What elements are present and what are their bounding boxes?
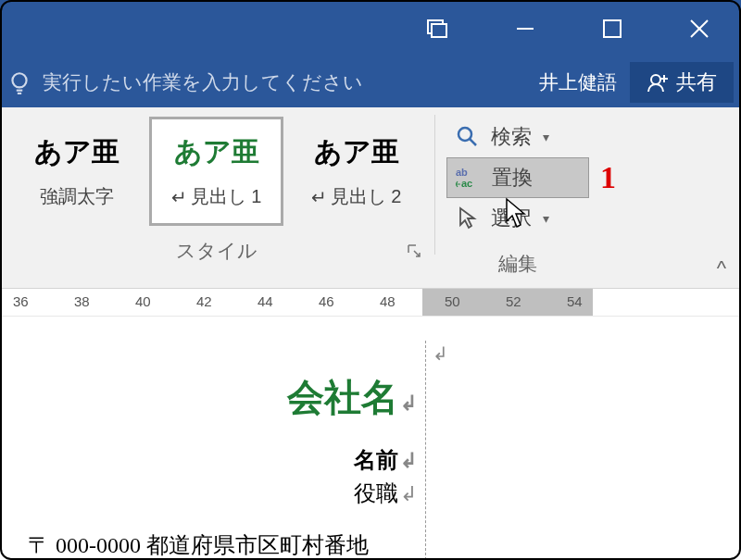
svg-point-9 bbox=[651, 75, 660, 84]
group-divider bbox=[434, 115, 435, 255]
ruler-tick: 42 bbox=[196, 293, 212, 309]
role-field[interactable]: 役職↲ bbox=[287, 479, 417, 508]
style-gallery[interactable]: あア亜 強調太字 あア亜 ↵見出し 1 あア亜 ↵見出し 2 bbox=[9, 117, 423, 226]
ruler-tick: 52 bbox=[506, 293, 521, 309]
svg-rect-3 bbox=[604, 20, 621, 37]
annotation-number: 1 bbox=[600, 160, 616, 195]
dropdown-caret-icon: ▾ bbox=[543, 130, 549, 144]
ruler-tick: 40 bbox=[135, 293, 151, 309]
tell-me-placeholder: 実行したい作業を入力してください bbox=[43, 69, 363, 95]
styles-group-label: スタイル bbox=[176, 238, 257, 264]
search-icon bbox=[454, 124, 482, 150]
ruler-tick: 46 bbox=[319, 293, 334, 309]
style-label: ↵見出し 1 bbox=[171, 184, 262, 209]
ruler-tick: 44 bbox=[257, 293, 273, 309]
ruler-tick: 48 bbox=[380, 293, 396, 309]
styles-group: あア亜 強調太字 あア亜 ↵見出し 1 あア亜 ↵見出し 2 スタイル bbox=[0, 107, 431, 288]
minimize-button[interactable] bbox=[493, 0, 558, 57]
svg-point-6 bbox=[12, 73, 26, 87]
svg-text:ab: ab bbox=[456, 167, 468, 178]
style-preview: あア亜 bbox=[34, 133, 119, 171]
style-item-strong[interactable]: あア亜 強調太字 bbox=[9, 117, 144, 226]
svg-line-13 bbox=[470, 139, 476, 145]
styles-dialog-launcher[interactable] bbox=[407, 243, 421, 258]
svg-text:ac: ac bbox=[461, 178, 472, 189]
ribbon-display-options[interactable] bbox=[406, 0, 471, 57]
window-titlebar bbox=[0, 0, 741, 57]
close-button[interactable] bbox=[667, 0, 732, 57]
mouse-cursor bbox=[505, 197, 527, 229]
style-item-heading2[interactable]: あア亜 ↵見出し 2 bbox=[289, 117, 423, 226]
ribbon: あア亜 強調太字 あア亜 ↵見出し 1 あア亜 ↵見出し 2 スタイル 検索 ▾ bbox=[0, 107, 741, 289]
replace-icon: ab ac bbox=[455, 165, 483, 191]
ruler-tick: 54 bbox=[567, 293, 583, 309]
share-label: 共有 bbox=[676, 68, 717, 96]
document-area[interactable]: ↲ 会社名↲ 名前↲ 役職↲ 〒 000-0000 都道府県市区町村番地 bbox=[0, 317, 741, 560]
style-preview: あア亜 bbox=[174, 133, 259, 171]
lightbulb-icon bbox=[7, 70, 31, 94]
user-name[interactable]: 井上健語 bbox=[526, 69, 630, 95]
ruler-tick: 38 bbox=[74, 293, 90, 309]
collapse-ribbon-button[interactable]: ^ bbox=[717, 256, 726, 280]
svg-rect-1 bbox=[432, 24, 446, 37]
find-label: 検索 bbox=[491, 123, 532, 151]
svg-point-12 bbox=[458, 128, 471, 141]
dropdown-caret-icon: ▾ bbox=[543, 211, 549, 226]
paragraph-mark: ↲ bbox=[433, 342, 448, 365]
share-icon bbox=[647, 71, 669, 93]
replace-label: 置換 bbox=[492, 164, 533, 192]
maximize-button[interactable] bbox=[580, 0, 645, 57]
ruler-tick: 36 bbox=[13, 293, 29, 309]
replace-button[interactable]: ab ac 置換 1 bbox=[446, 157, 589, 198]
ruler-tick: 50 bbox=[445, 293, 460, 309]
command-bar: 実行したい作業を入力してください 井上健語 共有 bbox=[0, 57, 741, 107]
style-label: 強調太字 bbox=[40, 184, 114, 209]
address-field[interactable]: 〒 000-0000 都道府県市区町村番地 bbox=[28, 530, 369, 560]
style-label: ↵見出し 2 bbox=[311, 184, 402, 209]
find-button[interactable]: 検索 ▾ bbox=[446, 117, 589, 157]
company-field[interactable]: 会社名↲ bbox=[287, 372, 417, 423]
document-content: 会社名↲ 名前↲ 役職↲ bbox=[287, 372, 417, 508]
cursor-icon bbox=[454, 205, 482, 231]
style-item-heading1[interactable]: あア亜 ↵見出し 1 bbox=[149, 117, 283, 226]
name-field[interactable]: 名前↲ bbox=[287, 445, 417, 475]
style-preview: あア亜 bbox=[314, 133, 399, 171]
horizontal-ruler[interactable]: 36384042444648505254 bbox=[0, 289, 741, 317]
editing-group-label: 編集 bbox=[498, 251, 537, 277]
share-button[interactable]: 共有 bbox=[630, 62, 734, 103]
tell-me-box[interactable]: 実行したい作業を入力してください bbox=[7, 69, 526, 95]
